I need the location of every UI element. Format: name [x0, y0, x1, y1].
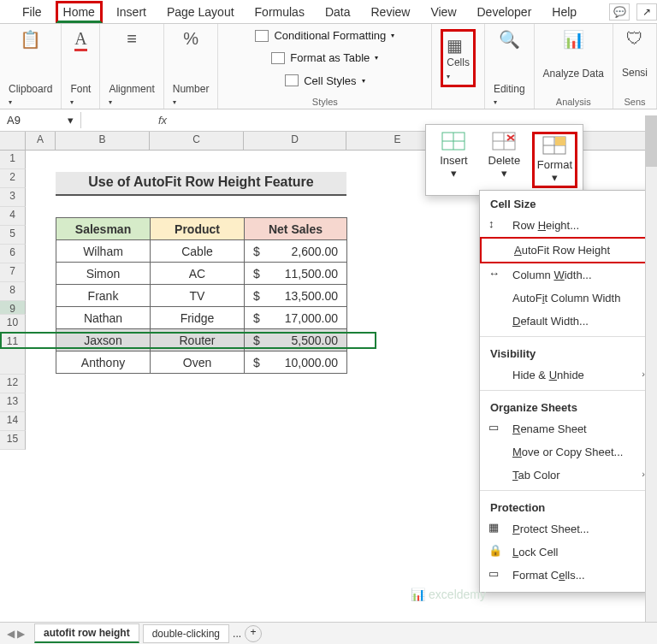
data-table: Salesman Product Net Sales WilhamCable$2…: [56, 217, 347, 374]
select-all-corner[interactable]: [0, 132, 26, 150]
col-header-b[interactable]: B: [56, 132, 150, 150]
tab-file[interactable]: File: [15, 2, 49, 22]
group-sensitivity[interactable]: 🛡 Sensi Sens: [613, 24, 657, 109]
menu-protect-sheet[interactable]: ▦Protect Sheet...: [480, 517, 654, 541]
menu-autofit-row-height[interactable]: AutoFit Row Height: [480, 237, 654, 263]
menu-tab-color[interactable]: Tab Color›: [480, 464, 654, 487]
cond-fmt-icon: [255, 30, 269, 42]
menu-move-copy-sheet[interactable]: Move or Copy Sheet...: [480, 440, 654, 464]
rename-icon: ▭: [488, 421, 504, 434]
menu-hide-unhide[interactable]: Hide & Unhide›: [480, 363, 654, 387]
new-sheet-button[interactable]: +: [245, 625, 262, 642]
name-box[interactable]: A9▾: [0, 112, 81, 128]
sheet-tab-more[interactable]: ...: [233, 628, 241, 640]
format-cells-button[interactable]: Format▾: [532, 132, 577, 188]
analyze-icon: 📊: [563, 29, 584, 50]
col-header-c[interactable]: C: [150, 132, 244, 150]
format-as-table-button[interactable]: Format as Table ▾: [271, 51, 378, 64]
tab-page-layout[interactable]: Page Layout: [160, 2, 241, 22]
sheet-tab-other[interactable]: double-clicking: [143, 624, 229, 643]
sheet-tabs: ◀ ▶ autofit row height double-clicking .…: [0, 622, 657, 644]
font-icon: A: [74, 29, 86, 51]
ribbon-tabs: File Home Insert Page Layout Formulas Da…: [0, 0, 657, 24]
insert-cells-icon: [441, 132, 465, 151]
tab-developer[interactable]: Developer: [471, 2, 539, 22]
protect-icon: ▦: [488, 521, 504, 534]
delete-cells-button[interactable]: Delete▾: [482, 132, 527, 188]
tab-view[interactable]: View: [423, 2, 463, 22]
table-row: JaxsonRouter$5,500.00: [56, 329, 347, 352]
page-title: Use of AutoFit Row Height Feature: [56, 172, 346, 196]
tab-home[interactable]: Home: [56, 1, 103, 23]
fx-icon[interactable]: fx: [150, 114, 175, 127]
tab-data[interactable]: Data: [318, 2, 358, 22]
lock-icon: 🔒: [488, 544, 504, 557]
group-cells[interactable]: ▦ Cells▾: [432, 24, 485, 109]
table-row: AnthonyOven$10,000.00: [56, 352, 347, 374]
alignment-icon: ≡: [127, 29, 137, 49]
group-clipboard[interactable]: 📋 Clipboard▾: [0, 24, 62, 109]
tab-insert[interactable]: Insert: [110, 2, 153, 22]
header-netsales: Net Sales: [245, 218, 347, 240]
sheet-nav-arrows[interactable]: ◀ ▶: [7, 628, 25, 640]
percent-icon: %: [183, 29, 198, 49]
menu-format-cells[interactable]: ▭Format Cells...: [480, 564, 654, 587]
group-analyze[interactable]: 📊 Analyze Data Analysis: [535, 24, 613, 109]
group-styles: Conditional Formatting ▾ Format as Table…: [218, 24, 432, 109]
svg-rect-11: [555, 137, 565, 145]
col-header-a[interactable]: A: [26, 132, 56, 150]
menu-rename-sheet[interactable]: ▭Rename Sheet: [480, 417, 654, 440]
table-row: NathanFridge$17,000.00: [56, 307, 347, 329]
conditional-formatting-button[interactable]: Conditional Formatting ▾: [255, 29, 394, 42]
menu-lock-cell[interactable]: 🔒Lock Cell: [480, 541, 654, 564]
group-alignment[interactable]: ≡ Alignment▾: [100, 24, 163, 109]
section-organize-sheets: Organize Sheets: [480, 394, 654, 417]
group-number[interactable]: % Number▾: [164, 24, 219, 109]
row-headers[interactable]: 123 456 78 9 10 1112 131415: [0, 151, 26, 450]
clipboard-icon: 📋: [20, 29, 41, 50]
menu-default-width[interactable]: Default Width...: [480, 310, 654, 333]
sheet-tab-active[interactable]: autofit row height: [34, 623, 139, 643]
comments-icon[interactable]: 💬: [609, 3, 630, 21]
group-font[interactable]: A Font▾: [62, 24, 100, 109]
format-cells-icon: [542, 136, 566, 155]
tab-formulas[interactable]: Formulas: [248, 2, 311, 22]
tab-review[interactable]: Review: [364, 2, 417, 22]
table-row: WilhamCable$2,600.00: [56, 240, 347, 263]
sensitivity-icon: 🛡: [626, 29, 643, 49]
header-salesman: Salesman: [56, 218, 151, 240]
vertical-scrollbar[interactable]: [645, 115, 657, 622]
row-height-icon: ↕: [488, 217, 504, 230]
section-cell-size: Cell Size: [480, 191, 654, 214]
col-header-d[interactable]: D: [244, 132, 346, 150]
insert-cells-button[interactable]: Insert▾: [431, 132, 476, 188]
format-cells-menu-icon: ▭: [488, 567, 504, 580]
table-icon: [271, 52, 285, 64]
col-width-icon: ↔: [488, 267, 504, 280]
styles-caption: Styles: [312, 97, 338, 107]
tab-help[interactable]: Help: [545, 2, 583, 22]
ribbon: 📋 Clipboard▾ A Font▾ ≡ Alignment▾ % Numb…: [0, 24, 657, 109]
menu-autofit-column-width[interactable]: AutoFit Column Width: [480, 287, 654, 310]
search-icon: 🔍: [499, 29, 520, 50]
format-menu: Cell Size ↕Row Height... AutoFit Row Hei…: [479, 190, 654, 593]
table-row: FrankTV$13,500.00: [56, 285, 347, 307]
group-editing[interactable]: 🔍 Editing▾: [485, 24, 535, 109]
cells-dropdown-popup: Insert▾ Delete▾ Format▾: [425, 124, 583, 196]
cell-styles-icon: [285, 74, 299, 86]
section-protection: Protection: [480, 494, 654, 517]
menu-row-height[interactable]: ↕Row Height...: [480, 214, 654, 237]
header-product: Product: [151, 218, 245, 240]
table-row: SimonAC$11,500.00: [56, 263, 347, 285]
cells-icon: ▦: [447, 36, 463, 55]
cell-styles-button[interactable]: Cell Styles ▾: [285, 74, 364, 87]
delete-cells-icon: [492, 132, 516, 151]
section-visibility: Visibility: [480, 340, 654, 363]
share-icon[interactable]: ↗: [636, 3, 657, 21]
menu-column-width[interactable]: ↔Column Width...: [480, 263, 654, 287]
